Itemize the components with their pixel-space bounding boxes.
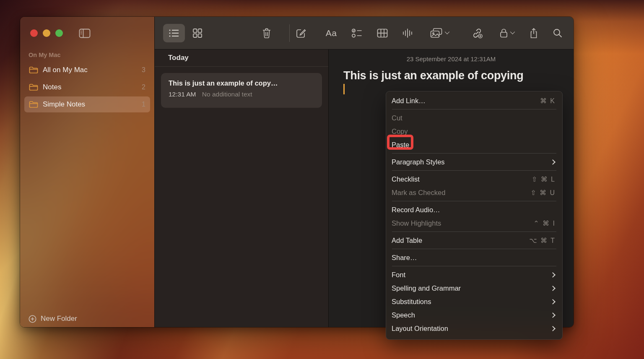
menu-item-label: Paste <box>392 141 556 149</box>
sidebar-folder-notes[interactable]: Notes2 <box>24 79 150 95</box>
list-view-button[interactable] <box>163 24 185 42</box>
folder-icon <box>29 66 38 74</box>
menu-item-shortcut: ⇧ ⌘ U <box>530 189 556 197</box>
submenu-chevron-icon <box>550 159 556 165</box>
menu-item-cut: Cut <box>386 111 562 125</box>
folder-note-count: 3 <box>142 66 145 74</box>
note-list: Today This is just an example of copy… 1… <box>155 49 329 327</box>
menu-item-checklist[interactable]: Checklist⇧ ⌘ L <box>386 172 562 186</box>
folder-list: All on My Mac3Notes2Simple Notes1 <box>24 62 150 114</box>
menu-item-shortcut: ⇧ ⌘ L <box>532 175 556 183</box>
menu-separator <box>392 201 556 201</box>
folder-note-count: 2 <box>142 83 145 91</box>
folder-name: Simple Notes <box>43 100 142 109</box>
chevron-down-icon <box>445 29 449 34</box>
menu-item-label: Cut <box>392 114 556 122</box>
folder-name: All on My Mac <box>43 66 142 74</box>
format-text-icon[interactable]: Aa <box>326 28 337 38</box>
sidebar-folder-all-on-my-mac[interactable]: All on My Mac3 <box>24 62 150 78</box>
menu-item-label: Mark as Checked <box>392 189 530 197</box>
lock-icon[interactable] <box>500 28 514 39</box>
menu-item-share[interactable]: Share… <box>386 251 562 264</box>
menu-item-label: Record Audio… <box>392 206 556 214</box>
menu-item-label: Substitutions <box>392 298 551 306</box>
menu-item-label: Show Highlights <box>392 219 533 227</box>
minimize-window-button[interactable] <box>43 29 50 37</box>
table-icon[interactable] <box>377 29 388 38</box>
menu-item-add-table[interactable]: Add Table⌥ ⌘ T <box>386 234 562 247</box>
submenu-chevron-icon <box>550 326 556 331</box>
window-controls <box>30 29 63 37</box>
note-date: 23 September 2024 at 12:31AM <box>329 55 574 62</box>
note-list-item[interactable]: This is just an example of copy… 12:31 A… <box>161 73 322 108</box>
share-icon[interactable] <box>529 27 538 39</box>
menu-item-shortcut: ⌃ ⌘ I <box>533 219 556 227</box>
new-folder-label: New Folder <box>41 315 77 323</box>
menu-item-add-link[interactable]: Add Link…⌘ K <box>386 94 562 107</box>
menu-item-paragraph-styles[interactable]: Paragraph Styles <box>386 155 562 169</box>
menu-item-layout-orientation[interactable]: Layout Orientation <box>386 322 562 335</box>
menu-item-record-audio[interactable]: Record Audio… <box>386 203 562 216</box>
menu-item-label: Copy <box>392 127 556 135</box>
note-list-section-header: Today <box>155 49 328 67</box>
audio-waveform-icon[interactable] <box>402 28 413 39</box>
compose-note-icon[interactable] <box>296 28 306 39</box>
menu-item-spelling-and-grammar[interactable]: Spelling and Grammar <box>386 281 562 295</box>
menu-item-speech[interactable]: Speech <box>386 308 562 322</box>
close-window-button[interactable] <box>30 29 38 37</box>
menu-separator <box>392 109 556 109</box>
chevron-down-icon <box>510 29 515 34</box>
folder-name: Notes <box>43 83 142 91</box>
menu-item-label: Add Table <box>392 237 529 245</box>
menu-item-font[interactable]: Font <box>386 268 562 281</box>
menu-item-label: Spelling and Grammar <box>392 284 551 292</box>
menu-separator <box>392 170 556 171</box>
submenu-chevron-icon <box>550 299 556 304</box>
note-item-preview: No additional text <box>202 91 252 98</box>
note-item-time: 12:31 AM <box>169 91 196 98</box>
folder-note-count: 1 <box>142 101 145 108</box>
zoom-window-button[interactable] <box>55 29 63 37</box>
context-menu: Add Link…⌘ KCutCopyPasteParagraph Styles… <box>386 91 563 340</box>
toolbar: Aa <box>155 17 574 49</box>
toolbar-divider <box>289 24 290 42</box>
media-browser-icon[interactable] <box>430 28 449 39</box>
menu-item-mark-as-checked: Mark as Checked⇧ ⌘ U <box>386 186 562 199</box>
menu-item-label: Paragraph Styles <box>392 158 551 166</box>
gallery-view-icon[interactable] <box>192 28 203 38</box>
menu-item-show-highlights: Show Highlights⌃ ⌘ I <box>386 216 562 230</box>
checklist-icon[interactable] <box>352 28 362 38</box>
menu-item-label: Font <box>392 271 551 279</box>
menu-item-shortcut: ⌘ K <box>540 97 556 105</box>
new-folder-button[interactable]: New Folder <box>29 313 77 324</box>
submenu-chevron-icon <box>550 286 556 291</box>
menu-item-label: Checklist <box>392 175 532 183</box>
text-cursor <box>343 84 345 94</box>
menu-item-label: Add Link… <box>392 97 540 105</box>
menu-item-shortcut: ⌥ ⌘ T <box>529 237 556 245</box>
folder-icon <box>29 101 38 108</box>
menu-item-substitutions[interactable]: Substitutions <box>386 295 562 308</box>
menu-separator <box>392 266 556 266</box>
menu-separator <box>392 232 556 232</box>
search-icon[interactable] <box>553 28 563 38</box>
menu-separator <box>392 249 556 249</box>
delete-note-icon[interactable] <box>262 28 272 39</box>
menu-item-label: Share… <box>392 254 556 262</box>
folder-icon <box>29 83 38 91</box>
menu-separator <box>392 153 556 153</box>
menu-item-label: Layout Orientation <box>392 325 551 333</box>
plus-circle-icon <box>29 315 36 323</box>
submenu-chevron-icon <box>550 312 556 318</box>
menu-item-copy: Copy <box>386 125 562 138</box>
menu-item-paste[interactable]: Paste <box>386 138 562 151</box>
add-link-icon[interactable] <box>471 27 483 39</box>
sidebar-folder-simple-notes[interactable]: Simple Notes1 <box>24 96 150 112</box>
submenu-chevron-icon <box>550 272 556 278</box>
toggle-sidebar-icon[interactable] <box>79 29 91 38</box>
sidebar: On My Mac All on My Mac3Notes2Simple Not… <box>20 17 154 327</box>
menu-item-label: Speech <box>392 311 551 319</box>
note-title: This is just an example of copying <box>343 69 574 82</box>
sidebar-section-header: On My Mac <box>29 52 61 58</box>
note-item-title: This is just an example of copy… <box>169 79 314 87</box>
